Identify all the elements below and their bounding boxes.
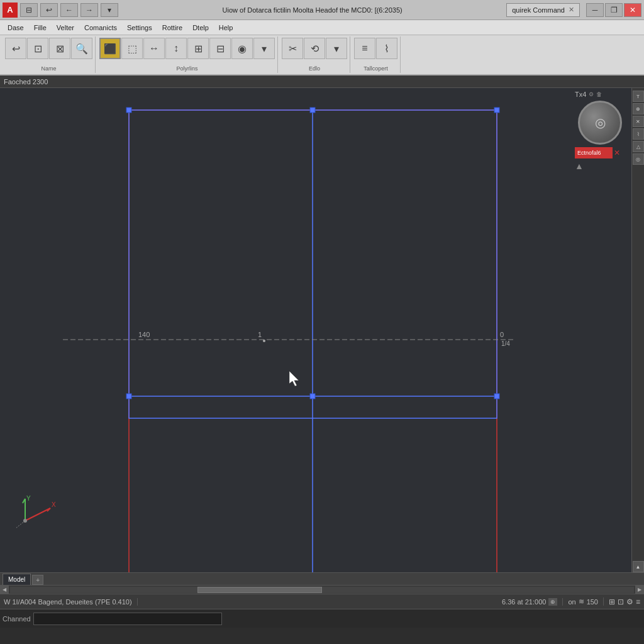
viewcube-ectnofal-button[interactable]: Ectnofal6	[575, 147, 613, 158]
rp-btn-1[interactable]: T	[633, 91, 644, 102]
snap-icon[interactable]: ≋	[579, 597, 584, 606]
viewcube-x-icon[interactable]: ✕	[614, 148, 620, 157]
status-icon-4[interactable]: ≡	[636, 597, 640, 606]
rp-btn-5[interactable]: △	[633, 141, 644, 152]
canvas-svg: 140 1 0 1/4	[0, 88, 644, 572]
viewcube-tx4-label: Tx4	[575, 91, 586, 98]
toolbar-rotate[interactable]: ⟲	[304, 38, 325, 59]
toolbar-group-polyrlins-label: Polyrlins	[97, 65, 277, 72]
status-icons: ⊞ ⊡ ⚙ ≡	[609, 597, 640, 606]
close-button[interactable]: ✕	[624, 3, 641, 17]
rp-scroll-up[interactable]: ▲	[633, 561, 644, 572]
scroll-left-arrow[interactable]: ◀	[0, 586, 9, 594]
status-icon-1[interactable]: ⊞	[609, 597, 615, 606]
svg-text:X: X	[52, 501, 56, 508]
menu-comanicts[interactable]: Comanicts	[79, 23, 122, 33]
menu-fille[interactable]: Fille	[29, 23, 52, 33]
svg-text:1: 1	[258, 331, 262, 338]
minimize-button[interactable]: ─	[586, 3, 604, 17]
statusbar: W 1I/A004 Bagend, Deueites (7PE 0.410) 6…	[0, 594, 644, 609]
viewcube-delete-icon[interactable]: 🗑	[596, 91, 602, 97]
status-coord[interactable]: 6.36 at 21:000 ⊕	[502, 598, 563, 606]
command-input[interactable]	[33, 613, 222, 625]
toolbar-more[interactable]: ▾	[253, 38, 275, 59]
app-logo: A	[3, 3, 18, 18]
toolbar-group-edlo-label: Edlo	[279, 65, 350, 72]
toolbar-insert[interactable]: ⊠	[49, 38, 70, 59]
tb-quick5[interactable]: ▾	[101, 3, 118, 17]
toolbar-group-name-label: Name	[3, 65, 95, 72]
toolbar-array[interactable]: ⊞	[187, 38, 209, 59]
scroll-right-arrow[interactable]: ▶	[635, 586, 644, 594]
tb-quick4[interactable]: →	[80, 3, 98, 17]
status-icon-2[interactable]: ⊡	[618, 597, 624, 606]
tb-quick3[interactable]: ←	[60, 3, 78, 17]
svg-rect-5	[126, 108, 131, 113]
canvas-status-text: Faoched 2300	[4, 78, 48, 86]
viewcube-scroll-up-icon[interactable]: ▲	[575, 161, 584, 171]
titlebar: A ⊟ ↩ ← → ▾ Uiow of Dotarca fictilin Moo…	[0, 0, 644, 20]
svg-text:Y: Y	[26, 496, 31, 502]
restore-button[interactable]: ❐	[605, 3, 623, 17]
menu-help[interactable]: Help	[214, 23, 238, 33]
viewcube-settings-icon[interactable]: ⚙	[589, 91, 594, 97]
ucs-icon: X Y	[13, 496, 63, 535]
tab-close-icon[interactable]: ✕	[569, 6, 574, 14]
coord-icon[interactable]: ⊕	[548, 598, 557, 606]
svg-rect-6	[310, 108, 315, 113]
svg-rect-7	[494, 108, 499, 113]
scroll-track[interactable]	[10, 587, 634, 593]
viewcube-sphere[interactable]: ◎	[578, 101, 622, 145]
menu-dase[interactable]: Dase	[3, 23, 29, 33]
rp-btn-2[interactable]: ⊕	[633, 103, 644, 114]
scroll-thumb[interactable]	[197, 587, 322, 593]
rp-btn-6[interactable]: ◎	[633, 153, 644, 165]
toolbar-polyline-active[interactable]: ⬛	[99, 38, 121, 59]
menu-dtelp[interactable]: Dtelp	[187, 23, 214, 33]
toolbar-edlo-more[interactable]: ▾	[326, 38, 347, 59]
horizontal-scrollbar[interactable]: ◀ ▶	[0, 585, 644, 594]
toolbar-group-edlo: ✂ ⟲ ▾ Edlo	[279, 36, 350, 73]
titlebar-left: A ⊟ ↩ ← → ▾	[3, 3, 118, 18]
drawing-canvas[interactable]: 140 1 0 1/4 X Y	[0, 88, 644, 572]
tab-quirek[interactable]: quirek Command ✕	[506, 3, 580, 17]
menu-velter[interactable]: Velter	[52, 23, 79, 33]
toolbar-vert[interactable]: ↕	[165, 38, 187, 59]
svg-point-18	[263, 340, 265, 342]
scale-value: 150	[587, 598, 598, 606]
toolbar-circle[interactable]: ◉	[231, 38, 253, 59]
toolbar-block[interactable]: ⊡	[27, 38, 48, 59]
right-panel: T ⊕ ✕ ⌇ △ ◎ ▲	[631, 88, 644, 572]
svg-line-19	[25, 508, 50, 521]
tb-quick2[interactable]: ↩	[40, 3, 58, 17]
model-tab-model[interactable]: Model	[3, 574, 31, 585]
menu-settings[interactable]: Settings	[122, 23, 157, 33]
model-tabs: Model +	[0, 572, 644, 585]
toolbar-rect[interactable]: ⬚	[121, 38, 143, 59]
toolbar-undo[interactable]: ↩	[5, 38, 26, 59]
svg-text:0: 0	[500, 331, 504, 338]
toolbar: ↩ ⊡ ⊠ 🔍 Name ⬛ ⬚ ↔ ↕ ⊞ ⊟ ◉ ▾ Polyrlins ✂…	[0, 35, 644, 75]
toolbar-list[interactable]: ≡	[354, 38, 375, 59]
status-snap[interactable]: on ≋ 150	[568, 597, 604, 606]
viewcube-sphere-icon: ◎	[595, 115, 606, 130]
toolbar-cut[interactable]: ✂	[282, 38, 303, 59]
model-tab-add[interactable]: +	[32, 575, 43, 585]
status-bottom-text: W 1I/A004 Bagend, Deueites (7PE 0.410)	[4, 598, 138, 606]
toolbar-group-tallcopert-label: Tallcopert	[352, 65, 400, 72]
toolbar-horiz[interactable]: ↔	[143, 38, 165, 59]
rp-btn-3[interactable]: ✕	[633, 116, 644, 127]
toolbar-subtract[interactable]: ⊟	[209, 38, 231, 59]
command-bar: Channed	[0, 609, 644, 628]
rp-btn-4[interactable]: ⌇	[633, 128, 644, 140]
status-icon-3[interactable]: ⚙	[626, 597, 633, 606]
svg-rect-9	[310, 394, 315, 399]
svg-text:140: 140	[138, 331, 150, 338]
toolbar-menu[interactable]: ⌇	[376, 38, 397, 59]
tb-quick1[interactable]: ⊟	[20, 3, 38, 17]
viewcube[interactable]: Tx4 ⚙ 🗑 ◎ Ectnofal6 ✕ ▲	[575, 91, 625, 166]
toolbar-group-tallcopert: ≡ ⌇ Tallcopert	[352, 36, 401, 73]
main-area: 140 1 0 1/4 X Y	[0, 88, 644, 572]
toolbar-zoom[interactable]: 🔍	[71, 38, 92, 59]
menu-rottire[interactable]: Rottire	[157, 23, 187, 33]
